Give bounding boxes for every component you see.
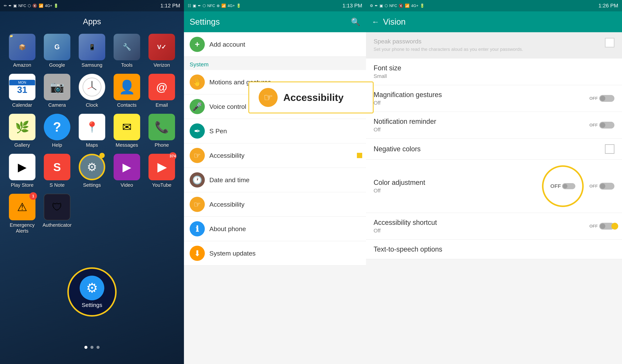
datetime-item[interactable]: 🕐 Date and time	[184, 168, 366, 192]
app-authenticator[interactable]: 🛡 Authenticator	[42, 194, 72, 234]
acc-shortcut-label: OFF	[589, 224, 598, 229]
system-updates-item[interactable]: ⬇ System updates	[184, 241, 366, 266]
magnification-toggle[interactable]: OFF	[589, 95, 614, 102]
spen-item[interactable]: ✒ S Pen	[184, 119, 366, 143]
font-size-text: Font size Small	[374, 64, 614, 79]
app-clock[interactable]: Clock	[77, 74, 107, 108]
app-google[interactable]: G Google	[42, 34, 72, 68]
add-account-title: Add account	[209, 41, 360, 48]
pen-icon: ✒	[9, 3, 12, 8]
s3-icon3: ▣	[379, 3, 383, 8]
updates-icon: ⬇	[190, 246, 205, 261]
magnification-item[interactable]: Magnification gestures Off OFF	[366, 85, 622, 112]
popup-icon: ☞	[259, 88, 278, 107]
notification-toggle[interactable]: OFF	[589, 122, 614, 129]
negative-colors-checkbox[interactable]	[605, 144, 614, 154]
apps-grid: 📦 📁 Amazon G Google 📱 Samsung 🔧 Tools	[0, 30, 184, 238]
app-video[interactable]: ▶ Video	[112, 154, 141, 188]
s3-icon1: ⚙	[370, 3, 373, 8]
about-phone-item[interactable]: ℹ About phone	[184, 217, 366, 241]
s3-icon5: NFC	[389, 4, 397, 8]
acc-shortcut-toggle[interactable]: OFF	[589, 223, 614, 230]
color-adj-subtitle: Off	[374, 188, 538, 194]
app-amazon[interactable]: 📦 📁 Amazon	[8, 34, 37, 68]
notification-reminder-item[interactable]: Notification reminder Off OFF	[366, 112, 622, 139]
magnification-subtitle: Off	[374, 100, 585, 106]
emergency-badge: 1	[29, 192, 37, 200]
app-emergency[interactable]: ⚠ 1 Emergency Alerts	[8, 194, 37, 234]
app-email[interactable]: @ Email	[147, 74, 176, 108]
magnification-track	[599, 95, 614, 102]
tts-text: Text-to-speech options	[374, 245, 614, 253]
accessibility-popup: ☞ Accessibility	[248, 81, 374, 113]
font-size-item[interactable]: Font size Small	[366, 58, 622, 85]
app-samsung[interactable]: 📱 Samsung	[77, 34, 107, 68]
color-adj-toggle[interactable]: OFF	[589, 183, 614, 190]
status-icons-3: ⚙ ✒ ▣ ⬡ NFC 🔇 📶 4G+ 🔋	[370, 3, 425, 8]
back-icon[interactable]: ←	[372, 18, 379, 26]
negative-colors-item[interactable]: Negative colors	[366, 139, 622, 160]
settings-circle-label: Settings	[82, 302, 102, 308]
samsung-icon: 📱	[79, 34, 105, 60]
app-playstore[interactable]: ▶ Play Store	[8, 154, 37, 188]
emergency-label: Emergency Alerts	[8, 222, 37, 234]
color-adj-circle: OFF	[542, 165, 584, 207]
accessibility-shortcut-item[interactable]: Accessibility shortcut Off OFF	[366, 213, 622, 240]
vision-list: Speak passwords Set your phone to read t…	[366, 32, 622, 364]
video-icon: ▶	[114, 154, 140, 180]
amazon-label: Amazon	[13, 62, 31, 68]
app-calendar[interactable]: MON 31 Calendar	[8, 74, 37, 108]
app-youtube[interactable]: ▶ 374 YouTube	[147, 154, 176, 188]
search-icon[interactable]: 🔍	[351, 18, 360, 26]
add-account-item[interactable]: + Add account	[184, 32, 366, 57]
app-help[interactable]: ? Help	[42, 114, 72, 148]
color-adj-off-label: OFF	[550, 183, 561, 189]
vision-panel: ⚙ ✒ ▣ ⬡ NFC 🔇 📶 4G+ 🔋 1:26 PM ← Vision S…	[366, 0, 622, 364]
s2-icon5: NFC	[207, 4, 215, 8]
datetime-icon: 🕐	[190, 172, 205, 188]
verizon-icon: V✓	[149, 34, 175, 60]
apps-panel: ✏ ✒ ▣ NFC ⬡ 🔇 📶 4G+ 🔋 1:12 PM Apps 📦 📁 A…	[0, 0, 184, 364]
maps-label: Maps	[86, 142, 98, 148]
snote-icon: S	[44, 154, 70, 180]
email-icon: @	[149, 74, 175, 100]
dot-1	[84, 346, 87, 349]
updates-text: System updates	[209, 250, 360, 257]
color-adj-knob	[563, 184, 567, 189]
app-settings[interactable]: ⚙ Settings	[77, 154, 107, 188]
vision-title: Vision	[383, 17, 406, 27]
tts-item[interactable]: Text-to-speech options	[366, 240, 622, 259]
app-contacts[interactable]: 👤 Contacts	[112, 74, 141, 108]
help-label: Help	[52, 142, 62, 148]
color-adjustment-item[interactable]: Color adjustment Off OFF OFF	[366, 160, 622, 213]
settings-panel: ☷ ▣ ✒ ⬡ NFC ⊕ 📶 4G+ 🔋 1:13 PM Settings 🔍…	[184, 0, 366, 364]
status-bar-2: ☷ ▣ ✒ ⬡ NFC ⊕ 📶 4G+ 🔋 1:13 PM	[184, 0, 366, 11]
settings-header: Settings 🔍	[184, 11, 366, 32]
s2-icon4: ⬡	[203, 3, 206, 8]
app-camera[interactable]: 📷 Camera	[42, 74, 72, 108]
calendar-label: Calendar	[12, 102, 32, 108]
status-icons-left: ✏ ✒ ▣ NFC ⬡ 🔇 📶 4G+ 🔋	[4, 3, 58, 8]
speak-subtitle: Set your phone to read the characters al…	[374, 46, 601, 53]
gallery-label: Gallery	[14, 142, 30, 148]
accessibility2-item[interactable]: ☞ Accessibility	[184, 192, 366, 217]
speak-passwords-item[interactable]: Speak passwords Set your phone to read t…	[366, 32, 622, 58]
app-verizon[interactable]: V✓ Verizon	[147, 34, 176, 68]
app-phone[interactable]: 📞 Phone	[147, 114, 176, 148]
maps-icon: 📍	[79, 114, 105, 140]
app-tools[interactable]: 🔧 Tools	[112, 34, 141, 68]
speak-checkbox[interactable]	[605, 38, 614, 47]
font-size-subtitle: Small	[374, 73, 614, 79]
app-maps[interactable]: 📍 Maps	[77, 114, 107, 148]
notification-subtitle: Off	[374, 127, 585, 133]
s3-battery: 🔋	[420, 3, 425, 8]
accessibility-item[interactable]: ☞ Accessibility	[184, 143, 366, 168]
notification-track	[599, 122, 614, 129]
about-title: About phone	[209, 225, 360, 233]
app-messages[interactable]: ✉ Messages	[112, 114, 141, 148]
acc-shortcut-title: Accessibility shortcut	[374, 219, 585, 227]
app-snote[interactable]: S S Note	[42, 154, 72, 188]
datetime-text: Date and time	[209, 176, 360, 184]
acc-shortcut-subtitle: Off	[374, 228, 585, 234]
app-gallery[interactable]: 🌿 Gallery	[8, 114, 37, 148]
